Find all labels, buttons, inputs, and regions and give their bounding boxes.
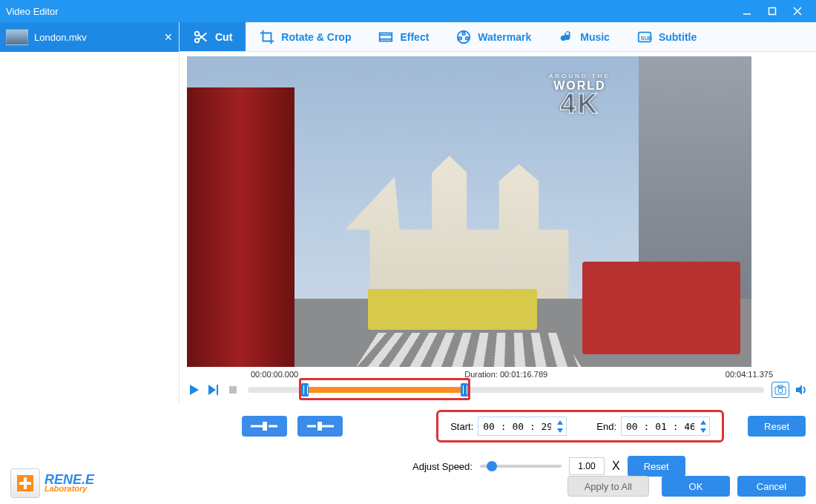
svg-marker-18 — [208, 385, 216, 395]
start-label: Start: — [450, 421, 473, 432]
svg-point-12 — [463, 32, 466, 35]
svg-rect-29 — [317, 422, 322, 431]
scissors-icon — [193, 29, 209, 45]
timeline-selection-range — [305, 387, 465, 393]
tab-watermark-label: Watermark — [478, 31, 531, 43]
window-title: Video Editor — [6, 6, 59, 17]
start-end-highlight-box: Start: End: — [436, 410, 724, 442]
tab-music-label: Music — [580, 31, 610, 43]
reset-cut-button[interactable]: Reset — [748, 416, 806, 437]
svg-rect-20 — [229, 386, 237, 394]
timeline-end-time: 00:04:11.375 — [725, 370, 773, 379]
svg-rect-26 — [263, 422, 267, 431]
timeline-start-time: 00:00:00.000 — [251, 370, 298, 379]
title-bar: Video Editor — [0, 0, 816, 22]
end-time-input[interactable] — [621, 417, 710, 436]
ok-button[interactable]: OK — [662, 476, 730, 497]
reset-speed-button[interactable]: Reset — [628, 456, 685, 477]
set-start-marker-button[interactable] — [242, 416, 287, 437]
brand-logo: RENE.E Laboratory — [10, 468, 94, 498]
svg-marker-24 — [796, 385, 802, 395]
play-segment-button[interactable] — [206, 382, 221, 397]
end-label: End: — [596, 421, 616, 432]
music-note-icon — [558, 29, 574, 45]
start-time-input[interactable] — [478, 417, 567, 436]
play-button[interactable] — [187, 382, 202, 397]
tab-subtitle-label: Subtitle — [659, 31, 697, 43]
volume-button[interactable] — [794, 382, 809, 397]
end-spin-up[interactable] — [698, 418, 708, 426]
speed-slider[interactable] — [480, 465, 562, 468]
tab-rotate-crop[interactable]: Rotate & Crop — [246, 22, 364, 51]
file-name: London.mkv — [34, 32, 87, 43]
apply-to-all-button[interactable]: Apply to All — [567, 476, 649, 497]
tab-watermark[interactable]: Watermark — [442, 22, 544, 51]
svg-point-22 — [778, 388, 783, 393]
filmstrip-icon — [378, 29, 394, 45]
cut-controls-panel: Start: End: — [0, 404, 816, 504]
svg-marker-32 — [557, 428, 563, 433]
svg-rect-1 — [769, 8, 776, 15]
speed-label: Adjust Speed: — [412, 461, 473, 472]
minimize-button[interactable] — [734, 0, 760, 22]
timeline-handle-end[interactable] — [461, 383, 468, 397]
start-spin-down[interactable] — [555, 426, 565, 434]
end-spin-down[interactable] — [698, 426, 708, 434]
video-watermark-overlay: AROUND THE WORLD 4K — [549, 73, 611, 115]
svg-marker-17 — [190, 385, 199, 395]
speed-value[interactable]: 1.00 — [569, 457, 605, 475]
speed-slider-knob[interactable] — [487, 461, 497, 471]
tab-subtitle[interactable]: SUB Subtitle — [623, 22, 710, 51]
svg-marker-34 — [700, 428, 706, 433]
stop-button[interactable] — [226, 382, 240, 397]
svg-text:SUB: SUB — [640, 34, 651, 41]
svg-point-13 — [459, 37, 462, 40]
tab-rotate-crop-label: Rotate & Crop — [281, 31, 351, 43]
timeline-handle-start[interactable] — [301, 383, 309, 397]
video-preview: AROUND THE WORLD 4K — [187, 56, 751, 367]
crop-icon — [259, 29, 275, 45]
svg-rect-19 — [217, 385, 218, 395]
tab-music[interactable]: Music — [544, 22, 623, 51]
close-window-button[interactable] — [785, 0, 810, 22]
brand-subtitle: Laboratory — [45, 485, 94, 493]
speed-unit: X — [612, 460, 620, 473]
close-file-icon[interactable]: ✕ — [164, 31, 173, 43]
svg-marker-33 — [700, 420, 706, 425]
reel-icon — [455, 29, 472, 45]
subtitle-icon: SUB — [636, 29, 653, 45]
snapshot-button[interactable] — [771, 382, 789, 398]
file-tab[interactable]: London.mkv ✕ — [0, 22, 179, 52]
svg-marker-31 — [557, 420, 563, 425]
cancel-button[interactable]: Cancel — [737, 476, 806, 497]
brand-mark-icon — [10, 468, 40, 498]
file-sidebar: London.mkv ✕ — [0, 22, 180, 404]
file-thumbnail — [6, 29, 28, 45]
svg-point-14 — [466, 37, 469, 40]
tab-effect-label: Effect — [400, 31, 429, 43]
timeline-duration: Duration: 00:01:16.789 — [464, 370, 547, 379]
editor-toolbar: Cut Rotate & Crop Effect Watermark Music… — [180, 22, 816, 52]
start-spin-up[interactable] — [555, 418, 565, 426]
tab-cut-label: Cut — [215, 31, 232, 43]
set-end-marker-button[interactable] — [297, 416, 343, 437]
tab-cut[interactable]: Cut — [180, 22, 246, 51]
timeline-track[interactable] — [248, 387, 764, 393]
maximize-button[interactable] — [760, 0, 785, 22]
tab-effect[interactable]: Effect — [364, 22, 442, 51]
svg-rect-8 — [380, 33, 392, 41]
